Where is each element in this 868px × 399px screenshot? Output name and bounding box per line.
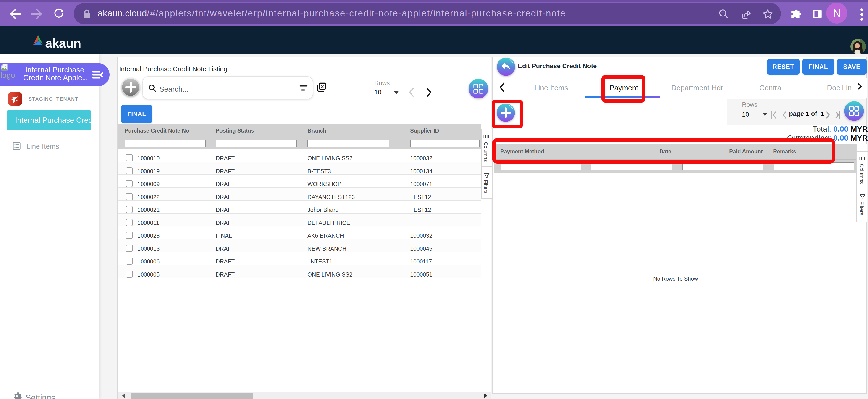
- svg-text:2: 2: [321, 84, 324, 89]
